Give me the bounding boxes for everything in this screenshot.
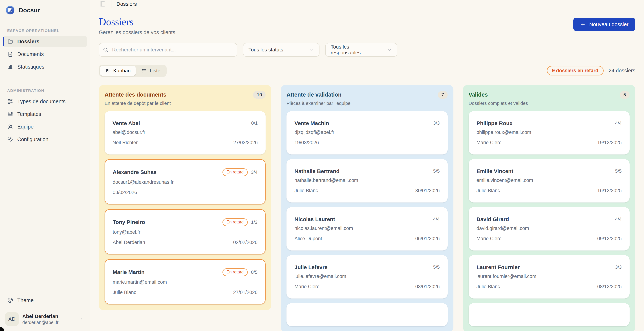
- palette-icon: [7, 297, 13, 303]
- card-email: nathalie.bertrand@email.com: [294, 178, 440, 183]
- sidebar-toggle-icon[interactable]: [99, 1, 106, 8]
- filters-row: Tous les statuts Tous les responsables: [99, 43, 635, 57]
- sidebar-item-dossiers[interactable]: Dossiers: [3, 36, 87, 47]
- card-footer: Julie Blanc27/01/2026: [113, 290, 258, 295]
- users-icon: [7, 124, 13, 130]
- card-email: david.girard@email.com: [476, 226, 622, 231]
- card-client-name: Tony Pineiro: [113, 219, 145, 225]
- kanban-view-button[interactable]: Kanban: [100, 66, 136, 76]
- card-client-name: Nathalie Bertrand: [294, 168, 340, 174]
- sidebar-item-label: Statistiques: [17, 64, 44, 70]
- dossier-card[interactable]: Julie Lefevre5/5julie.lefevre@email.comM…: [286, 255, 448, 298]
- sidebar-item-configuration[interactable]: Configuration: [3, 134, 87, 145]
- dossier-card[interactable]: Philippe Roux4/4philippe.roux@email.comM…: [468, 111, 630, 154]
- topbar-divider: [111, 0, 112, 8]
- card-due-date: 27/03/2026: [233, 140, 258, 145]
- sidebar-divider: [5, 79, 85, 79]
- sidebar-item-types-de-documents[interactable]: Types de documents: [3, 96, 87, 107]
- dossier-card[interactable]: Nathalie Bertrand5/5nathalie.bertrand@em…: [286, 159, 448, 202]
- list-view-button[interactable]: Liste: [136, 66, 166, 76]
- dossier-card[interactable]: Vente Abel0/1abel@docsur.frNeil Richter2…: [104, 111, 266, 154]
- sidebar-item-equipe[interactable]: Equipe: [3, 121, 87, 132]
- card-progress: 0/1: [251, 120, 258, 126]
- responsables-filter-select[interactable]: Tous les responsables: [325, 43, 397, 57]
- card-progress: 4/4: [433, 216, 440, 222]
- card-owner: Julie Blanc: [294, 188, 318, 193]
- search-icon: [103, 47, 108, 53]
- card-email: abel@docsur.fr: [112, 130, 258, 135]
- dossier-card-partial[interactable]: [286, 303, 448, 326]
- dossier-card[interactable]: Alexandre SuhasEn retard3/4docsur1@alexa…: [104, 159, 266, 204]
- status-filter-select[interactable]: Tous les statuts: [243, 43, 320, 57]
- card-status-area: 3/3: [615, 264, 622, 270]
- theme-label: Theme: [17, 297, 34, 303]
- board-summary: 9 dossiers en retard 24 dossiers: [547, 66, 635, 76]
- card-footer: Marie Clerc19/12/2025: [476, 140, 622, 145]
- kebab-menu-icon[interactable]: [78, 316, 85, 322]
- kanban-column-valides: Valides5Dossiers complets et validesPhil…: [463, 85, 635, 331]
- card-email: laurent.fournier@email.com: [476, 274, 622, 279]
- card-email: philippe.roux@email.com: [476, 130, 622, 135]
- sidebar-item-documents[interactable]: Documents: [3, 48, 87, 60]
- dossier-card[interactable]: Laurent Fournier3/3laurent.fournier@emai…: [468, 255, 630, 298]
- card-footer: Julie Blanc08/12/2025: [476, 284, 622, 289]
- dossier-card[interactable]: Vente Machin3/3djzqijdzqfi@abel.fr19/03/…: [286, 111, 448, 154]
- kanban-icon: [105, 68, 110, 74]
- card-owner: Marie Clerc: [476, 236, 502, 241]
- card-status-area: 5/5: [433, 264, 440, 270]
- card-email: julie.lefevre@email.com: [294, 274, 440, 279]
- late-badge: En retard: [222, 268, 248, 276]
- card-progress: 1/3: [251, 219, 258, 225]
- card-client-name: David Girard: [476, 216, 509, 222]
- dossier-card[interactable]: Emilie Vincent5/5emilie.vincent@email.co…: [468, 159, 630, 202]
- brand: Docsur: [3, 6, 87, 15]
- layout-template-icon: [7, 111, 13, 117]
- user-name: Abel Derderian: [22, 313, 58, 320]
- card-progress: 4/4: [615, 120, 622, 126]
- dossier-card[interactable]: Tony PineiroEn retard1/3tony@abel.frAbel…: [104, 209, 266, 254]
- card-due-date: 19/03/2026: [294, 140, 319, 145]
- card-progress: 5/5: [433, 264, 440, 270]
- card-progress: 3/4: [251, 169, 258, 175]
- dossier-card[interactable]: Nicolas Laurent4/4nicolas.laurent@email.…: [286, 207, 448, 250]
- card-status-area: 0/1: [251, 120, 258, 126]
- topbar: Dossiers: [90, 0, 644, 8]
- card-footer: 19/03/2026: [294, 140, 440, 145]
- column-count-badge: 5: [620, 91, 630, 99]
- card-due-date: 02/02/2026: [233, 240, 258, 245]
- page-title: Dossiers: [99, 17, 175, 27]
- card-due-date: 30/01/2026: [416, 188, 440, 193]
- kanban-board: Attente des documents10En attente de dép…: [99, 85, 635, 331]
- sidebar-item-statistiques[interactable]: Statistiques: [3, 61, 87, 73]
- card-client-name: Laurent Fournier: [476, 264, 520, 270]
- card-client-name: Nicolas Laurent: [294, 216, 335, 222]
- sidebar-item-label: Types de documents: [17, 99, 66, 105]
- column-title: Attente des documents: [104, 92, 166, 98]
- search-input[interactable]: [99, 43, 237, 57]
- card-footer: Abel Derderian02/02/2026: [113, 240, 258, 245]
- main-area: Dossiers Dossiers Gerez les dossiers de …: [90, 0, 644, 331]
- dossier-card-partial[interactable]: [468, 303, 630, 326]
- theme-button[interactable]: Theme: [3, 294, 87, 306]
- column-title: Valides: [468, 92, 488, 98]
- card-owner: Julie Blanc: [476, 284, 500, 289]
- card-status-area: 4/4: [615, 120, 622, 126]
- card-footer: Neil Richter27/03/2026: [112, 140, 258, 145]
- dossier-card[interactable]: Marie MartinEn retard0/5marie.martin@ema…: [104, 259, 266, 304]
- docsur-logo-icon: [6, 6, 15, 15]
- sidebar-item-templates[interactable]: Templates: [3, 108, 87, 120]
- card-email: djzqijdzqfi@abel.fr: [294, 130, 440, 135]
- sidebar-nav: ESPACE OPÉRATIONNELDossiersDocumentsStat…: [3, 15, 87, 146]
- card-status-area: 4/4: [615, 216, 622, 222]
- card-due-date: 19/12/2025: [597, 140, 622, 145]
- page-header: Dossiers Gerez les dossiers de vos clien…: [99, 17, 635, 35]
- card-client-name: Emilie Vincent: [476, 168, 514, 174]
- card-footer: Julie Blanc16/12/2025: [476, 188, 622, 193]
- new-dossier-button[interactable]: Nouveau dossier: [573, 18, 635, 31]
- user-menu[interactable]: AD Abel Derderian derderian@abel.fr: [3, 309, 87, 327]
- sidebar-section-label: ESPACE OPÉRATIONNEL: [7, 29, 82, 33]
- card-status-area: En retard1/3: [222, 218, 258, 226]
- card-progress: 0/5: [251, 269, 258, 275]
- dossier-card[interactable]: David Girard4/4david.girard@email.comMar…: [468, 207, 630, 250]
- card-progress: 3/3: [615, 264, 622, 270]
